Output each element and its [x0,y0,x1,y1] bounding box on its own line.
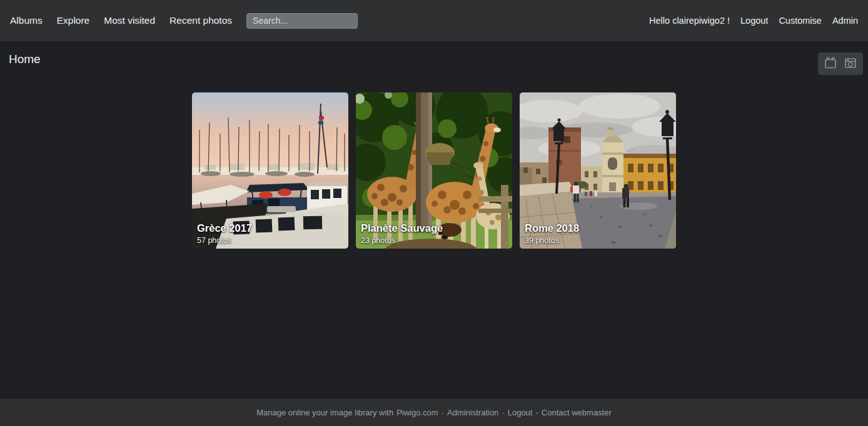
footer-link-administration[interactable]: Administration [447,408,498,417]
album-photo-count: 57 photos [197,236,252,245]
nav-recent-photos[interactable]: Recent photos [169,15,232,26]
nav-albums[interactable]: Albums [10,15,43,26]
slideshow-view-button[interactable] [843,56,858,71]
main-content: Home [0,41,868,399]
calendar-icon [823,56,838,72]
album-title: Grèce 2017 [197,222,252,235]
nav-customise[interactable]: Customise [779,16,822,26]
calendar-view-button[interactable] [823,56,838,71]
footer-separator: · [442,408,444,417]
footer-link-logout[interactable]: Logout [508,408,533,417]
view-toolbar [818,52,863,75]
album-grid: Grèce 2017 57 photos [9,92,859,249]
album-photo-count: 39 photos [525,236,579,245]
navbar: Albums Explore Most visited Recent photo… [0,0,868,41]
footer-link-piwigo[interactable]: Piwigo.com [396,408,438,417]
footer-link-contact-webmaster[interactable]: Contact webmaster [542,408,612,417]
album-caption: Rome 2018 39 photos [525,222,579,245]
album-caption: Grèce 2017 57 photos [197,222,252,245]
footer-text: Manage online your image library with [256,408,393,417]
search-input[interactable] [246,13,358,29]
album-card-rome-2018[interactable]: Rome 2018 39 photos [520,92,676,249]
album-card-planete-sauvage[interactable]: Planète Sauvage 23 photos [356,92,512,249]
footer-separator: · [502,408,504,417]
nav-admin[interactable]: Admin [832,16,858,26]
camera-icon [843,56,858,72]
album-title: Rome 2018 [525,222,579,235]
user-nav: Hello clairepiwigo2 ! Logout Customise A… [649,16,858,26]
main-nav: Albums Explore Most visited Recent photo… [10,13,358,29]
title-row: Home [9,41,859,75]
nav-most-visited[interactable]: Most visited [104,15,155,26]
album-title: Planète Sauvage [361,222,443,235]
nav-explore[interactable]: Explore [57,15,90,26]
footer: Manage online your image library with Pi… [0,399,868,426]
album-card-grece-2017[interactable]: Grèce 2017 57 photos [192,92,348,249]
nav-logout[interactable]: Logout [740,16,768,26]
user-greeting: Hello clairepiwigo2 ! [649,16,730,26]
album-caption: Planète Sauvage 23 photos [361,222,443,245]
footer-separator: - [535,408,538,417]
album-photo-count: 23 photos [361,236,443,245]
piwigo-gallery-page: Albums Explore Most visited Recent photo… [0,0,868,426]
page-title: Home [9,52,41,66]
